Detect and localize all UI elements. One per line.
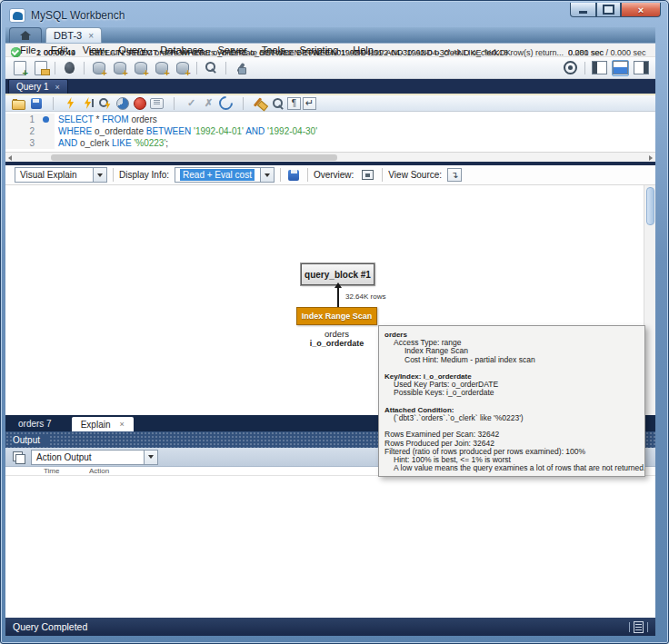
- display-info-select[interactable]: Read + Eval cost: [175, 167, 275, 183]
- close-tab-icon[interactable]: ×: [88, 31, 94, 41]
- result-tab-explain[interactable]: Explain ×: [72, 417, 134, 431]
- statusbar-panel-icon[interactable]: [634, 621, 644, 633]
- row-duration: 0.000 sec: [568, 48, 655, 57]
- home-tab[interactable]: [9, 27, 42, 43]
- explain-mode-select[interactable]: Visual Explain: [15, 167, 107, 183]
- separator: [629, 622, 630, 632]
- gutter-margin: [38, 125, 55, 137]
- client-area: FileEditViewQueryDatabaseServerToolsScri…: [5, 43, 655, 636]
- scroll-left-icon[interactable]: [8, 155, 12, 161]
- open-sql-script-icon[interactable]: [32, 60, 49, 76]
- panel-right-toggle-icon[interactable]: [633, 60, 650, 76]
- save-image-icon[interactable]: [286, 167, 302, 183]
- column-header-time: Time: [44, 467, 89, 475]
- overview-label: Overview:: [314, 170, 354, 180]
- close-button[interactable]: ×: [621, 3, 661, 17]
- tooltip-line: (`dbt3`.`orders`.`o_clerk` like '%0223'): [384, 414, 639, 422]
- output-row[interactable]: 2 00:00:49 EXPLAIN SELECT * FROM orders …: [5, 44, 655, 61]
- scrollbar-thumb[interactable]: [51, 154, 337, 161]
- result-tab-orders[interactable]: orders 7: [18, 419, 65, 431]
- stacked-docs-icon: [11, 450, 25, 464]
- scrollbar-thumb[interactable]: [646, 187, 654, 225]
- index-range-scan-node[interactable]: Index Range Scan: [296, 307, 377, 325]
- connection-tab-dbt3[interactable]: DBT-3 ×: [45, 27, 102, 43]
- separator[interactable]: [53, 60, 57, 76]
- output-view-value: Action Output: [32, 452, 97, 462]
- mysql-logo-icon: [9, 8, 25, 23]
- query-tab[interactable]: Query 1 ×: [8, 79, 68, 94]
- separator[interactable]: [583, 60, 587, 76]
- beautify-icon[interactable]: [253, 96, 268, 111]
- row-time: 00:00:49: [44, 48, 89, 57]
- view-source-label: View Source:: [388, 170, 442, 180]
- show-invisibles-icon[interactable]: [287, 97, 301, 110]
- chevron-down-icon[interactable]: [260, 168, 274, 182]
- separator[interactable]: [235, 96, 251, 111]
- chevron-down-icon[interactable]: [144, 451, 157, 464]
- window-controls: ×: [570, 3, 661, 17]
- close-query-tab-icon[interactable]: ×: [55, 83, 60, 92]
- separator[interactable]: [224, 60, 228, 76]
- maximize-button[interactable]: [596, 3, 621, 17]
- chevron-down-icon[interactable]: [93, 168, 106, 182]
- sql-editor[interactable]: 1SELECT * FROM orders2WHERE o_orderdate …: [5, 112, 655, 152]
- output-empty-area: [5, 510, 655, 618]
- new-sql-tab-icon[interactable]: [11, 60, 28, 76]
- query-tab-label: Query 1: [16, 82, 49, 92]
- separator: [382, 168, 383, 182]
- utilities-icon[interactable]: [232, 60, 249, 76]
- connection-tab-label: DBT-3: [54, 30, 82, 41]
- view-source-icon[interactable]: [447, 168, 462, 182]
- create-table-icon[interactable]: [111, 60, 128, 76]
- close-result-tab-icon[interactable]: ×: [120, 420, 125, 429]
- community-icon[interactable]: [562, 60, 579, 76]
- rollback-icon[interactable]: [201, 96, 216, 111]
- output-view-select[interactable]: Action Output: [31, 450, 158, 465]
- tooltip-line: Possible Keys: i_o_orderdate: [384, 389, 639, 397]
- code-line: 1SELECT * FROM orders: [5, 114, 655, 125]
- create-function-icon[interactable]: [174, 60, 191, 76]
- execute-icon[interactable]: [63, 96, 78, 111]
- scroll-right-icon[interactable]: [649, 155, 653, 161]
- explain-mode-value: Visual Explain: [15, 170, 83, 180]
- separator[interactable]: [166, 96, 182, 111]
- panel-bottom-toggle-icon[interactable]: [612, 60, 629, 76]
- create-procedure-icon[interactable]: [153, 60, 170, 76]
- create-schema-icon[interactable]: [90, 60, 107, 76]
- commit-icon[interactable]: [184, 96, 199, 111]
- code-text: AND o_clerk LIKE '%0223';: [55, 138, 168, 148]
- code-text: SELECT * FROM orders: [55, 114, 157, 124]
- separator: [307, 168, 308, 182]
- save-script-icon[interactable]: [28, 96, 44, 111]
- separator[interactable]: [195, 60, 199, 76]
- toggle-autocommit-icon[interactable]: [218, 96, 234, 111]
- execute-current-icon[interactable]: [80, 96, 95, 111]
- status-bar: Query Completed: [5, 618, 655, 636]
- query-tab-row: Query 1 ×: [5, 79, 655, 95]
- status-bar-right: [629, 621, 648, 633]
- panel-left-toggle-icon[interactable]: [591, 60, 608, 76]
- search-data-icon[interactable]: [203, 60, 220, 76]
- create-view-icon[interactable]: [132, 60, 149, 76]
- explain-query-icon[interactable]: [97, 96, 113, 111]
- minimize-button[interactable]: [570, 3, 596, 17]
- explain-toolbar: Visual Explain Display Info: Read + Eval…: [5, 165, 655, 185]
- row-index: 2: [29, 48, 44, 57]
- separator[interactable]: [45, 96, 61, 111]
- editor-horizontal-scrollbar[interactable]: [5, 152, 655, 162]
- find-icon[interactable]: [270, 96, 285, 111]
- separator: [647, 622, 648, 632]
- inspector-icon[interactable]: [61, 60, 78, 76]
- stop-execution-icon[interactable]: [132, 96, 147, 111]
- open-script-icon[interactable]: [11, 96, 26, 111]
- gutter-margin: [38, 137, 55, 149]
- success-icon: [11, 47, 21, 57]
- display-info-label: Display Info:: [119, 170, 169, 180]
- toggle-wrap-icon[interactable]: [303, 97, 316, 110]
- limit-rows-icon[interactable]: [115, 96, 130, 111]
- separator[interactable]: [82, 60, 86, 76]
- statement-marker-icon: [38, 114, 55, 125]
- tooltip-line: [384, 364, 639, 372]
- toggle-stop-on-error-icon[interactable]: [149, 96, 165, 111]
- overview-icon[interactable]: [359, 167, 376, 183]
